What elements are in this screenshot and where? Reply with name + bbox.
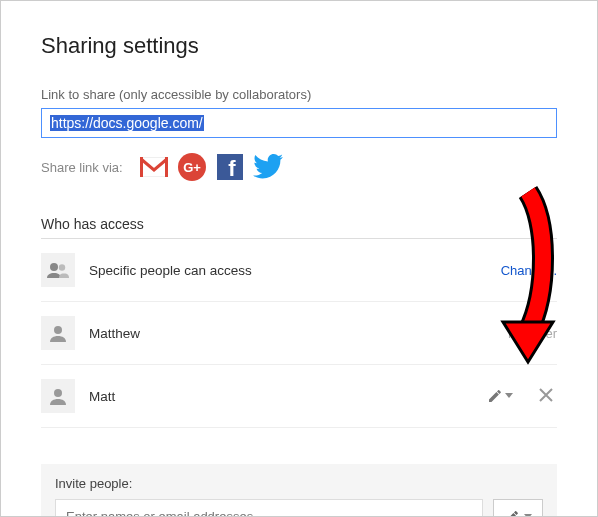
access-row-text: Matthew bbox=[89, 326, 508, 341]
access-row-visibility: Specific people can access Change... bbox=[41, 239, 557, 302]
svg-text:G+: G+ bbox=[183, 160, 201, 175]
svg-point-10 bbox=[54, 389, 62, 397]
svg-point-7 bbox=[50, 263, 58, 271]
owner-status: Is owner bbox=[508, 326, 557, 341]
share-link-input[interactable]: https://docs.google.com/ bbox=[41, 108, 557, 138]
invite-label: Invite people: bbox=[55, 476, 543, 491]
invite-permission-dropdown[interactable] bbox=[493, 499, 543, 517]
person-icon bbox=[41, 316, 75, 350]
twitter-icon[interactable] bbox=[253, 152, 283, 182]
svg-text:f: f bbox=[228, 156, 236, 180]
facebook-icon[interactable]: f bbox=[215, 152, 245, 182]
svg-rect-1 bbox=[140, 157, 143, 177]
sharing-dialog: Sharing settings Link to share (only acc… bbox=[1, 1, 597, 517]
share-via-row: Share link via: G+ f bbox=[41, 152, 557, 182]
permission-dropdown[interactable] bbox=[487, 388, 513, 404]
dialog-title: Sharing settings bbox=[41, 33, 557, 59]
svg-point-9 bbox=[54, 326, 62, 334]
access-row-collaborator: Matt bbox=[41, 365, 557, 428]
google-plus-icon[interactable]: G+ bbox=[177, 152, 207, 182]
person-icon bbox=[41, 379, 75, 413]
group-icon bbox=[41, 253, 75, 287]
link-label: Link to share (only accessible by collab… bbox=[41, 87, 557, 102]
svg-point-8 bbox=[59, 264, 65, 270]
invite-section: Invite people: bbox=[41, 464, 557, 517]
access-title: Who has access bbox=[41, 216, 557, 232]
change-link[interactable]: Change... bbox=[501, 263, 557, 278]
access-row-text: Matt bbox=[89, 389, 487, 404]
caret-down-icon bbox=[524, 514, 532, 518]
share-via-label: Share link via: bbox=[41, 160, 123, 175]
access-row-text: Specific people can access bbox=[89, 263, 501, 278]
access-row-owner: Matthew Is owner bbox=[41, 302, 557, 365]
pencil-icon bbox=[487, 388, 503, 404]
remove-collaborator-button[interactable] bbox=[535, 386, 557, 407]
gmail-icon[interactable] bbox=[139, 152, 169, 182]
invite-input[interactable] bbox=[55, 499, 483, 517]
pencil-icon bbox=[504, 509, 520, 518]
svg-rect-2 bbox=[165, 157, 168, 177]
share-link-value: https://docs.google.com/ bbox=[50, 115, 204, 131]
caret-down-icon bbox=[505, 393, 513, 399]
close-icon bbox=[539, 388, 553, 402]
